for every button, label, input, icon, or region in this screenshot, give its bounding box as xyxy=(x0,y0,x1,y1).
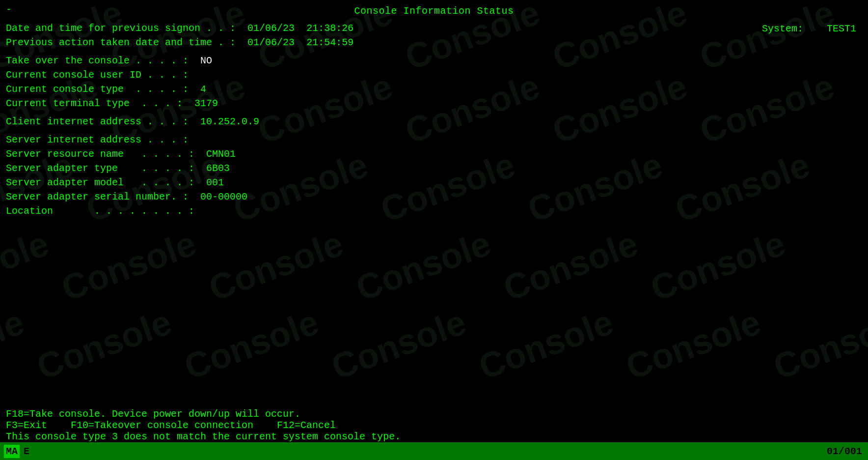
action-time: 21:54:59 xyxy=(306,37,353,48)
client-address-line: Client internet address . . . : 10.252.0… xyxy=(6,115,862,129)
system-value: TEST1 xyxy=(827,23,856,34)
status-ma: MA xyxy=(4,445,20,458)
signon-time: 21:38:26 xyxy=(306,23,353,34)
server-serial-value: 00-00000 xyxy=(200,191,247,202)
server-adapter-type-line: Server adapter type . . . . : 6B03 xyxy=(6,161,862,175)
server-adapter-model-value: 001 xyxy=(206,177,224,188)
action-date: 01/06/23 xyxy=(247,37,295,48)
date-signon-line: Date and time for previous signon . . : … xyxy=(6,21,862,35)
function-keys: F3=Exit F10=Takeover console connection … xyxy=(6,420,401,431)
console-type-value: 4 xyxy=(200,84,206,95)
takeover-value: NO xyxy=(200,55,212,66)
status-e: E xyxy=(24,446,29,457)
server-resource-line: Server resource name . . . . : CMN01 xyxy=(6,147,862,161)
console-type-warning: This console type 3 does not match the c… xyxy=(6,431,401,442)
server-address-line: Server internet address . . . : xyxy=(6,133,862,147)
client-address-value: 10.252.0.9 xyxy=(200,116,259,127)
location-line: Location . . . . . . . . : xyxy=(6,204,862,218)
console-userid-line: Current console user ID . . . : xyxy=(6,68,862,82)
system-info: System: TEST1 xyxy=(762,22,856,36)
takeover-line: Take over the console . . . . : NO xyxy=(6,54,862,68)
page-title: Console Information Status xyxy=(6,4,862,18)
server-serial-line: Server adapter serial number. : 00-00000 xyxy=(6,190,862,204)
status-bar: MA E 01/001 xyxy=(0,442,868,460)
console-type-line: Current console type . . . . : 4 xyxy=(6,82,862,96)
terminal-type-value: 3179 xyxy=(194,98,218,109)
server-resource-value: CMN01 xyxy=(206,148,236,160)
signon-date: 01/06/23 xyxy=(247,23,295,34)
f18-message: F18=Take console. Device power down/up w… xyxy=(6,408,401,420)
bottom-messages: F18=Take console. Device power down/up w… xyxy=(6,408,401,442)
server-adapter-model-line: Server adapter model . . . . : 001 xyxy=(6,175,862,190)
previous-action-line: Previous action taken date and time . : … xyxy=(6,35,862,50)
page-number: 01/001 xyxy=(827,446,862,457)
system-label: System: xyxy=(762,23,803,34)
server-adapter-type-value: 6B03 xyxy=(206,163,230,174)
screen: Console Console Console Console Console … xyxy=(0,0,868,460)
terminal-type-line: Current terminal type . . . : 3179 xyxy=(6,96,862,111)
